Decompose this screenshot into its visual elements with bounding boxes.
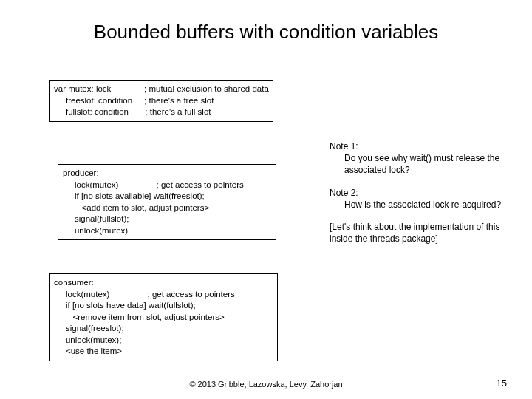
note-3-body: [Let's think about the implementation of… (330, 221, 507, 245)
consumer-box: consumer: lock(mutex) ; get access to po… (49, 273, 278, 361)
note-2: Note 2: How is the associated lock re-ac… (330, 187, 507, 211)
footer: © 2013 Gribble, Lazowska, Levy, Zahorjan… (0, 380, 532, 389)
notes-area: Note 1: Do you see why wait() must relea… (330, 140, 507, 255)
note-2-body: How is the associated lock re-acquired? (344, 199, 507, 211)
note-1-body: Do you see why wait() must release the a… (344, 152, 507, 176)
copyright: © 2013 Gribble, Lazowska, Levy, Zahorjan (0, 380, 532, 389)
note-1: Note 1: Do you see why wait() must relea… (330, 140, 507, 177)
note-3: [Let's think about the implementation of… (330, 221, 507, 245)
declarations-box: var mutex: lock ; mutual exclusion to sh… (49, 80, 273, 122)
page-title: Bounded buffers with condition variables (0, 21, 532, 44)
producer-box: producer: lock(mutex) ; get access to po… (58, 164, 276, 240)
note-1-head: Note 1: (330, 140, 507, 152)
page-number: 15 (497, 378, 507, 389)
note-2-head: Note 2: (330, 187, 507, 199)
